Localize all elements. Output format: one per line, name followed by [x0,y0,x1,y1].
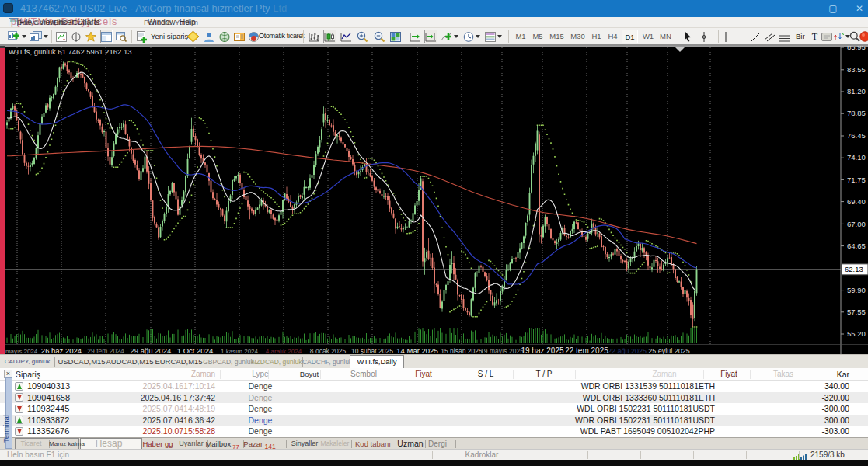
auto-scroll-button[interactable] [410,30,421,43]
indicators-icon [441,31,452,42]
order-row[interactable]: 1109324452025.07.0414:48:19DengeWDL ORBI… [0,403,868,415]
order-row[interactable]: 1109338722025.07.0416:36:42DengeWDR ORBI… [0,415,868,426]
zoom-in-button[interactable] [357,30,368,43]
orders-column-header[interactable]: Takas [744,370,822,378]
chart-candles-button[interactable] [323,30,336,43]
timeframe-m5-button[interactable]: M5 [530,30,546,43]
svg-text:10 şubat 2025: 10 şubat 2025 [351,347,393,354]
timeframe-m1-button[interactable]: M1 [513,30,528,43]
timeframe-h1-button[interactable]: H1 [589,30,604,43]
order-row[interactable]: 1090416582025.04.16 17:37:42DengeWDL ORB… [0,392,868,404]
order-time: 2025.04.1617:10:14 [143,381,215,391]
menu-tr-ekle[interactable]: Ekle [54,18,68,26]
vertical-line-button[interactable] [723,30,729,43]
navigator-button[interactable] [85,30,96,43]
close-button[interactable]: ✕ [848,2,868,16]
trend-line-button[interactable] [751,30,761,43]
maximize-button[interactable]: ▢ [821,2,845,16]
community-button[interactable] [204,30,214,43]
shapes-icon [821,33,832,41]
news-button[interactable] [234,30,245,43]
periods-button[interactable] [463,30,480,43]
new-order-label[interactable]: Yeni sipariş [151,32,188,40]
market-watch-button[interactable] [56,30,67,43]
timeframe-m30-button[interactable]: M30 [568,30,587,43]
strategy-tester-button[interactable] [116,30,127,43]
data-window-button[interactable] [71,30,82,43]
menu-tr-yardım[interactable]: Yardım [175,18,198,26]
new-chart-button[interactable] [8,30,26,43]
templates-button[interactable] [485,30,502,43]
status-cell-separator [640,451,641,459]
timeframe-d1-button[interactable]: D1 [622,30,638,43]
orders-column-header[interactable]: Sipariş [16,370,40,379]
search-button[interactable] [849,30,860,43]
chart-area[interactable]: 85.9583.5581.2078.8576.4574.1071.7569.40… [0,46,868,354]
order-time: 2025.10.0715:58:28 [143,426,215,436]
timeframe-w1-button[interactable]: W1 [640,30,656,43]
order-row[interactable]: 1090403132025.04.1617:10:14DengeWDR ORBI… [0,381,868,392]
vertical-line-icon [723,32,729,42]
tile-windows-icon [390,32,401,42]
tile-windows-button[interactable] [390,30,401,43]
terminal-button[interactable] [100,30,113,43]
arrows-button[interactable] [833,30,850,43]
text-tool-label[interactable]: Bir [796,32,805,40]
order-id: 110933872 [27,416,69,425]
chart-bars-button[interactable] [309,30,320,43]
minimize-button[interactable]: – [794,2,817,16]
fibonacci-button[interactable] [779,30,790,43]
timeframe-h4-button[interactable]: H4 [605,30,620,43]
shapes-button[interactable] [821,30,832,43]
terminal-bottom-tabs: TicaretMaruz kalmaHesapHaber ggUyarılarM… [0,437,868,449]
zoom-out-button[interactable] [374,30,385,43]
menu-tr-pencere[interactable]: Pencere [144,18,171,26]
toolbar-separator [131,30,132,43]
status-cell-separator [746,451,747,459]
text-label-button[interactable]: T [810,30,819,43]
new-order-button[interactable] [136,30,148,43]
orders-column-header[interactable]: T / P [505,370,583,378]
svg-text:4 aralık 2024: 4 aralık 2024 [266,348,302,354]
alert-button[interactable] [859,30,868,43]
menu-tr-grafikler[interactable]: Grafikler [72,18,100,26]
timeframe-m15-button[interactable]: M15 [547,30,566,43]
svg-text:1 kasım 2024: 1 kasım 2024 [221,348,259,354]
order-id: 109040313 [27,381,70,391]
autotrading-button[interactable] [249,30,259,43]
profiles-button[interactable] [30,30,48,43]
indicators-button[interactable] [441,30,458,43]
autotrading-label[interactable]: Otomatik ticaret [259,32,304,40]
order-profit: -300.00 [821,404,849,413]
chevron-down-icon [497,35,502,38]
globe-button[interactable] [219,30,230,43]
horizontal-line-icon [736,32,747,42]
status-cell-separator [432,451,433,459]
mt4-application-window: 4137462:Axi-US02-Live - AxiCorp finansal… [0,0,868,466]
svg-text:26 haz 2024: 26 haz 2024 [41,346,82,354]
svg-text:1 Oct 2024: 1 Oct 2024 [177,346,213,354]
orders-column-header[interactable]: Zaman [191,370,215,378]
market-watch-icon [56,32,67,42]
zoom-out-icon [374,31,385,42]
svg-text:T: T [812,32,818,41]
chart-shift-button[interactable] [424,30,437,43]
orders-column-header[interactable]: Kar [837,370,849,379]
toolbar-separator [678,30,678,43]
chart-line-button[interactable] [340,30,352,43]
bottom-tab-dergi[interactable]: Dergi [395,438,480,450]
metaeditor-button[interactable] [187,30,199,43]
metaeditor-icon [187,31,199,42]
symbol-tab-wti.fs[interactable]: WTI.fs,Daily [330,355,424,369]
text-label-icon: T [810,32,819,41]
status-cell-separator [799,451,800,459]
fibonacci-icon [779,32,790,42]
cursor-button[interactable] [683,30,692,43]
order-withdrawal-icon [15,427,23,436]
timeframe-mn-button[interactable]: MN [657,30,674,43]
svg-text:74.10: 74.10 [847,153,866,162]
channel-button[interactable] [765,30,776,43]
crosshair-button[interactable] [699,30,709,43]
order-row[interactable]: 1133526762025.10.0715:58:28DengeWDL PABT… [0,426,868,437]
horizontal-line-button[interactable] [736,30,747,43]
